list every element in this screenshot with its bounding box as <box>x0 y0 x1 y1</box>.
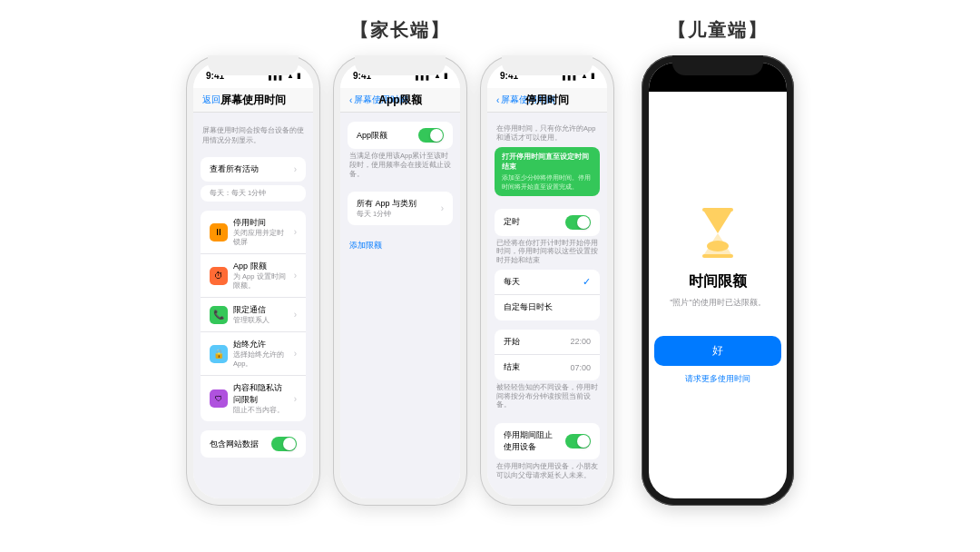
phone3-top-desc: 在停用时间，只有你允许的App和通话才可以使用。 <box>487 122 607 147</box>
add-limit-link[interactable]: 添加限额 <box>340 234 460 257</box>
parent-section: 【家长端】 9:41 ▌▌▌ ▲ ▮ 返回 <box>186 18 614 506</box>
everyday-row[interactable]: 每天 ✓ <box>495 270 600 295</box>
phone4-body: 时间限额 "照片"的使用时已达限额。 好 请求更多使用时间 <box>649 92 787 498</box>
phone1-nav: 返回 屏幕使用时间 <box>193 88 313 113</box>
parent-section-title: 【家长端】 <box>350 18 450 43</box>
phone1-notch <box>208 55 299 75</box>
chevron-icon6: › <box>294 394 297 404</box>
chevron-icon5: › <box>294 349 297 359</box>
chevron-icon2: › <box>294 227 297 237</box>
main-container: 【家长端】 9:41 ▌▌▌ ▲ ▮ 返回 <box>0 0 980 552</box>
chevron-icon3: › <box>294 271 297 281</box>
downtime-icon: ⏸ <box>210 223 228 242</box>
timed-row[interactable]: 定时 <box>495 209 600 236</box>
schedule-desc: 添加至少分钟将停用时间。停用时间将开始直至设置完成。 <box>502 173 593 192</box>
timed-toggle[interactable] <box>565 215 591 230</box>
comms-sublabel: 管理联系人 <box>233 316 289 325</box>
chevron-icon: › <box>294 164 297 174</box>
phone2-notch <box>355 55 446 75</box>
phone3-timed-group: 定时 <box>495 209 600 236</box>
phone1-nav-title: 屏幕使用时间 <box>220 93 286 108</box>
everyday-label: 每天 <box>504 276 577 288</box>
child-section-title: 【儿童端】 <box>668 18 768 43</box>
phone2: 9:41 ▌▌▌ ▲ ▮ ‹ 屏幕使用时间 App限额 <box>333 55 467 506</box>
comms-icon: 📞 <box>210 306 228 324</box>
chevron-icon4: › <box>294 310 297 320</box>
phone1-web-group: 包含网站数据 <box>201 430 306 458</box>
end-value: 07:00 <box>570 363 591 372</box>
comms-label: 限定通信 <box>233 304 289 316</box>
phone1-content: 屏幕使用时间会按每台设备的使用情况分别显示。 查看所有活动 › 每天：每天 1分… <box>193 113 313 498</box>
all-apps-row[interactable]: 所有 App 与类别 每天 1分钟 › <box>348 192 453 225</box>
phone1-inner: 9:41 ▌▌▌ ▲ ▮ 返回 屏幕使用时间 屏幕使用时间会按每台设备的使用情 <box>193 63 313 498</box>
more-time-button[interactable]: 请求更多使用时间 <box>685 373 750 385</box>
applimit-toggle[interactable] <box>418 128 444 143</box>
child-section: 【儿童端】 <box>642 18 794 506</box>
phone3-time-group: 每天 ✓ 自定每日时长 <box>495 270 600 320</box>
applimits-label: App 限额 <box>233 261 289 272</box>
phone3-notch <box>502 55 593 75</box>
content-label: 内容和隐私访问限制 <box>233 382 289 406</box>
applimit-toggle-row[interactable]: App限额 <box>348 122 453 149</box>
check-icon: ✓ <box>583 276 591 288</box>
phone1-back[interactable]: 返回 <box>202 94 220 106</box>
custom-row[interactable]: 自定每日时长 <box>495 295 600 320</box>
chevron-icon7: › <box>441 203 444 213</box>
phone3-inner: 9:41 ▌▌▌ ▲ ▮ ‹ 屏幕使用时间 停用时间 在停用时间，只有你允许的 <box>487 63 607 498</box>
battery-icon3: ▮ <box>591 72 594 80</box>
phone2-toggle-group: App限额 <box>348 122 453 149</box>
phone4: 时间限额 "照片"的使用时已达限额。 好 请求更多使用时间 <box>642 55 794 506</box>
parent-phones-row: 9:41 ▌▌▌ ▲ ▮ 返回 屏幕使用时间 屏幕使用时间会按每台设备的使用情 <box>186 55 614 506</box>
block-label: 停用期间阻止使用设备 <box>504 429 560 453</box>
phone3-nav: ‹ 屏幕使用时间 停用时间 <box>487 88 607 113</box>
block-toggle[interactable] <box>565 434 591 448</box>
svg-rect-0 <box>702 208 733 212</box>
phone2-content: App限额 当满足你使用该App累计至该时段时，使用频率会在接近截止设备。 所有… <box>340 113 460 498</box>
phone1-top-info: 屏幕使用时间会按每台设备的使用情况分别显示。 <box>193 122 313 148</box>
settings-row-web[interactable]: 包含网站数据 <box>201 430 306 458</box>
all-apps-sub: 每天 1分钟 <box>357 210 436 219</box>
phone3-startend-group: 开始 22:00 结束 07:00 <box>495 330 600 380</box>
schedule-label: 打开停用时间直至设定时间结束 <box>502 152 593 172</box>
phone4-inner: 时间限额 "照片"的使用时已达限额。 好 请求更多使用时间 <box>649 63 787 498</box>
svg-point-2 <box>707 241 729 251</box>
settings-row-applimits[interactable]: ⏱ App 限额 为 App 设置时间限额。 › <box>201 254 306 298</box>
start-value: 22:00 <box>570 337 591 346</box>
end-row[interactable]: 结束 07:00 <box>495 355 600 380</box>
settings-row-comms[interactable]: 📞 限定通信 管理联系人 › <box>201 298 306 332</box>
hourglass-icon <box>691 205 745 260</box>
settings-row-content[interactable]: 🛡 内容和隐私访问限制 阻止不当内容。 › <box>201 376 306 421</box>
child-phones-row: 时间限额 "照片"的使用时已达限额。 好 请求更多使用时间 <box>642 55 794 506</box>
applimits-sublabel: 为 App 设置时间限额。 <box>233 272 289 291</box>
phone3-timed-desc: 已经将在你打开计时时开始停用时间，停用时间将以这些设置按时开始和结束 <box>487 236 607 270</box>
settings-row-always[interactable]: 🔒 始终允许 选择始终允许的 App。 › <box>201 332 306 376</box>
phone3-block-group: 停用期间阻止使用设备 <box>495 423 600 459</box>
applimit-toggle-label: App限额 <box>357 130 413 142</box>
block-row[interactable]: 停用期间阻止使用设备 <box>495 423 600 459</box>
all-apps-label: 所有 App 与类别 <box>357 198 436 210</box>
time-limit-desc: "照片"的使用时已达限额。 <box>670 297 765 309</box>
phone3-block-desc: 在停用时间内使用设备，小朋友可以向父母请求延长人未来。 <box>487 459 607 485</box>
phone4-notch <box>672 55 763 75</box>
start-row[interactable]: 开始 22:00 <box>495 330 600 355</box>
always-icon: 🔒 <box>210 345 228 363</box>
settings-row-downtime[interactable]: ⏸ 停用时间 关闭应用并定时锁屏 › <box>201 211 306 254</box>
web-label: 包含网站数据 <box>210 439 266 450</box>
phone1-view-all[interactable]: 查看所有活动 › <box>201 157 306 182</box>
ok-button[interactable]: 好 <box>654 336 781 366</box>
downtime-sublabel: 关闭应用并定时锁屏 <box>233 229 289 247</box>
phone3: 9:41 ▌▌▌ ▲ ▮ ‹ 屏幕使用时间 停用时间 在停用时间，只有你允许的 <box>480 55 614 506</box>
content-icon: 🛡 <box>210 389 228 408</box>
always-label: 始终允许 <box>233 339 289 350</box>
web-toggle[interactable] <box>271 437 297 451</box>
phone2-apps-group: 所有 App 与类别 每天 1分钟 › <box>348 192 453 225</box>
content-sublabel: 阻止不当内容。 <box>233 406 289 415</box>
phone3-content: 在停用时间，只有你允许的App和通话才可以使用。 打开停用时间直至设定时间结束 … <box>487 113 607 498</box>
phone2-inner: 9:41 ▌▌▌ ▲ ▮ ‹ 屏幕使用时间 App限额 <box>340 63 460 498</box>
phone1-settings-group: ⏸ 停用时间 关闭应用并定时锁屏 › ⏱ App 限额 <box>201 211 306 421</box>
applimits-icon: ⏱ <box>210 267 228 285</box>
phone2-nav: ‹ 屏幕使用时间 App限额 <box>340 88 460 113</box>
svg-rect-1 <box>702 254 733 258</box>
phone1: 9:41 ▌▌▌ ▲ ▮ 返回 屏幕使用时间 屏幕使用时间会按每台设备的使用情 <box>186 55 320 506</box>
phone2-desc: 当满足你使用该App累计至该时段时，使用频率会在接近截止设备。 <box>340 149 460 182</box>
